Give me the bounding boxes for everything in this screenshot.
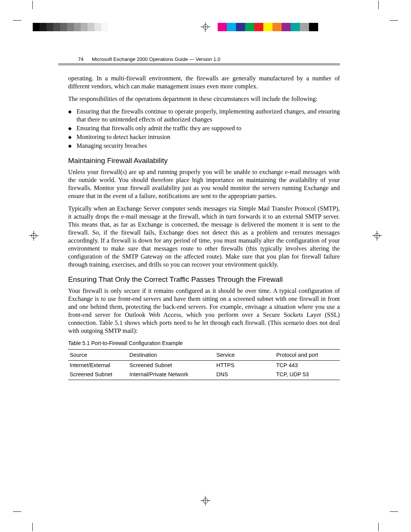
colour-calibration-bar — [218, 23, 327, 31]
paragraph-avail-2: Typically when an Exchange Server comput… — [68, 204, 340, 268]
running-head: 74 Microsoft Exchange 2000 Operations Gu… — [68, 56, 340, 62]
table-row: Screened Subnet Internal/Private Network… — [68, 370, 340, 380]
crop-mark-bottom-right — [378, 511, 390, 523]
table-caption: Table 5.1 Port-to-Firewall Configuration… — [68, 340, 340, 346]
paragraph-avail-1: Unless your firewall(s) are up and runni… — [68, 168, 340, 200]
cell: Screened Subnet — [68, 370, 128, 380]
cell: DNS — [215, 370, 275, 380]
paragraph-traffic: Your firewall is only secure if it remai… — [68, 287, 340, 335]
cell: Internal/Private Network — [128, 370, 215, 380]
header-rule — [58, 64, 340, 65]
col-protocol: Protocol and port — [275, 350, 340, 361]
page-number: 74 — [68, 56, 85, 62]
list-item: Ensuring that the firewalls continue to … — [76, 107, 340, 123]
running-title: Microsoft Exchange 2000 Operations Guide… — [92, 56, 220, 62]
page-body: 74 Microsoft Exchange 2000 Operations Gu… — [68, 56, 340, 380]
cell: Internet/External — [68, 361, 128, 370]
col-service: Service — [215, 350, 275, 361]
responsibilities-list: Ensuring that the firewalls continue to … — [68, 107, 340, 150]
table-row: Internet/External Screened Subnet HTTPS … — [68, 361, 340, 370]
registration-mark-left-icon — [29, 231, 39, 241]
cell: HTTPS — [215, 361, 275, 370]
registration-mark-right-icon — [372, 231, 382, 241]
registration-mark-bottom-icon — [201, 496, 210, 506]
col-source: Source — [68, 350, 128, 361]
list-item: Monitoring to detect hacker intrusion — [76, 133, 340, 141]
list-item: Ensuring that firewalls only admit the t… — [76, 124, 340, 132]
crop-mark-top-left — [21, 9, 33, 21]
registration-mark-top-icon — [201, 22, 210, 32]
crop-mark-bottom-left — [21, 511, 33, 523]
paragraph-intro-1: operating. In a multi-firewall environme… — [68, 74, 340, 90]
cell: Screened Subnet — [128, 361, 215, 370]
cell: TCP 443 — [275, 361, 340, 370]
crop-mark-top-right — [378, 9, 390, 21]
firewall-config-table: Source Destination Service Protocol and … — [68, 349, 340, 380]
list-item: Managing security breaches — [76, 142, 340, 150]
page-root: 74 Microsoft Exchange 2000 Operations Gu… — [0, 0, 411, 532]
table-header-row: Source Destination Service Protocol and … — [68, 350, 340, 361]
greyscale-calibration-bar — [33, 23, 115, 31]
paragraph-intro-2: The responsibilities of the operations d… — [68, 95, 340, 103]
cell: TCP, UDP 53 — [275, 370, 340, 380]
heading-availability: Maintaining Firewall Availability — [68, 157, 340, 165]
col-dest: Destination — [128, 350, 215, 361]
heading-traffic: Ensuring That Only the Correct Traffic P… — [68, 275, 340, 284]
